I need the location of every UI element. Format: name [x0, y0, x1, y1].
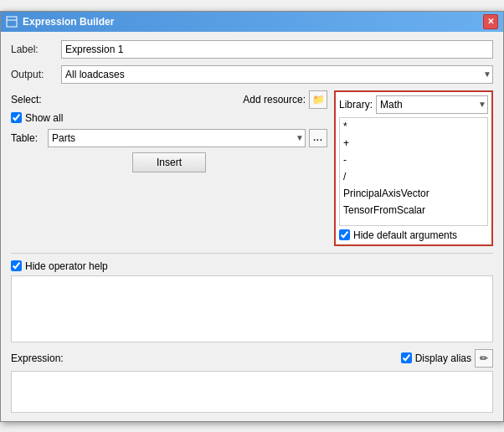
library-select[interactable]: Math String Logic Geometry [376, 95, 488, 114]
hide-default-args-label: Hide default arguments [353, 229, 457, 241]
expression-section: Expression: Display alias ✏ [11, 349, 493, 413]
pencil-icon: ✏ [480, 352, 488, 364]
middle-section: Select: Add resource: 📁 Show all [11, 90, 493, 246]
window-title: Expression Builder [23, 16, 114, 28]
folder-icon: 📁 [312, 94, 325, 105]
display-alias-label[interactable]: Display alias [401, 352, 471, 364]
hide-operator-help-row: Hide operator help [11, 260, 493, 272]
expression-controls: Display alias ✏ [401, 349, 493, 368]
content-area: Label: Output: All loadcases Loadcase 1 … [1, 32, 503, 421]
hide-default-args-row: Hide default arguments [339, 229, 488, 241]
add-resource-label: Add resource: [243, 94, 306, 105]
display-alias-text: Display alias [415, 352, 471, 364]
list-item[interactable]: + [340, 135, 487, 152]
title-bar: Expression Builder ✕ [1, 12, 503, 32]
hide-operator-help-label: Hide operator help [25, 260, 108, 272]
show-all-label[interactable]: Show all [11, 112, 63, 124]
hide-default-args-checkbox[interactable] [339, 229, 350, 240]
expression-label: Expression: [11, 352, 64, 364]
table-select[interactable]: Parts Elements Nodes [48, 129, 306, 147]
table-select-wrapper: Parts Elements Nodes ▼ [48, 129, 306, 147]
add-resource-button[interactable]: 📁 [309, 90, 327, 109]
dots-icon: ... [313, 133, 322, 142]
display-alias-checkbox[interactable] [401, 352, 412, 363]
output-row: Output: All loadcases Loadcase 1 Loadcas… [11, 65, 493, 84]
svg-rect-0 [7, 17, 17, 27]
label-row: Label: [11, 40, 493, 59]
select-label: Select: [11, 94, 42, 105]
label-field-label: Label: [11, 44, 61, 55]
title-bar-left: Expression Builder [6, 16, 114, 28]
library-select-wrapper: Math String Logic Geometry ▼ [376, 95, 488, 114]
output-label: Output: [11, 69, 61, 80]
show-all-row: Show all [11, 112, 327, 124]
pencil-button[interactable]: ✏ [475, 349, 493, 368]
output-select-wrapper: All loadcases Loadcase 1 Loadcase 2 ▼ [61, 65, 493, 84]
list-item[interactable]: * [340, 118, 487, 135]
table-dots-button[interactable]: ... [309, 129, 327, 147]
help-text-box [11, 275, 493, 342]
select-add-row: Select: Add resource: 📁 [11, 90, 327, 109]
list-item[interactable]: TensorFromScalar [340, 202, 487, 219]
left-panel: Select: Add resource: 📁 Show all [11, 90, 327, 246]
expression-text-box[interactable] [11, 371, 493, 413]
add-resource-row: Add resource: 📁 [243, 90, 327, 109]
window-icon [6, 16, 18, 28]
close-button[interactable]: ✕ [483, 14, 498, 29]
library-row: Library: Math String Logic Geometry ▼ [339, 95, 488, 114]
divider-1 [11, 253, 493, 254]
expression-row: Expression: Display alias ✏ [11, 349, 493, 368]
library-panel: Library: Math String Logic Geometry ▼ * [334, 90, 493, 246]
list-item[interactable]: PrincipalAxisVector [340, 185, 487, 202]
library-label: Library: [339, 99, 373, 111]
list-item[interactable]: - [340, 152, 487, 168]
list-item[interactable]: / [340, 168, 487, 185]
output-select[interactable]: All loadcases Loadcase 1 Loadcase 2 [61, 65, 493, 84]
show-all-text: Show all [25, 112, 63, 124]
show-all-checkbox[interactable] [11, 112, 22, 123]
function-list[interactable]: * + - / PrincipalAxisVector TensorFromSc… [339, 117, 488, 226]
label-input[interactable] [61, 40, 493, 59]
expression-builder-window: Expression Builder ✕ Label: Output: All … [0, 11, 504, 422]
table-label: Table: [11, 132, 44, 144]
insert-button[interactable]: Insert [132, 152, 206, 172]
hide-operator-help-checkbox[interactable] [11, 260, 22, 271]
table-row: Table: Parts Elements Nodes ▼ ... [11, 129, 327, 147]
